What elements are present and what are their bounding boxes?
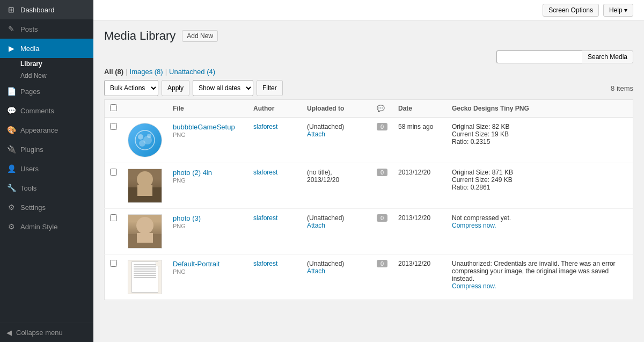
- file-type: PNG: [173, 268, 186, 275]
- settings-icon: ⚙: [6, 203, 16, 212]
- collapse-menu[interactable]: ◀ Collapse menu: [0, 323, 93, 342]
- add-new-button[interactable]: Add New: [182, 30, 218, 42]
- sidebar-item-label: Appearance: [20, 126, 58, 134]
- tools-icon: 🔧: [6, 184, 16, 192]
- th-thumb: [122, 100, 167, 118]
- comments-icon: 💬: [6, 106, 16, 115]
- help-button[interactable]: Help ▾: [603, 4, 633, 17]
- content-area: Media Library Add New Search Media All (…: [93, 20, 644, 342]
- row-checkbox[interactable]: [110, 260, 117, 267]
- attach-link[interactable]: Attach: [307, 130, 325, 138]
- thumbnail: [128, 260, 162, 294]
- sidebar-item-label: Plugins: [20, 145, 43, 154]
- sidebar-item-comments[interactable]: 💬 Comments: [0, 101, 93, 120]
- gecko-error-text: Unauthorized: Credentials are invalid. T…: [452, 260, 616, 282]
- row-checkbox[interactable]: [110, 123, 117, 130]
- sidebar-sub-library[interactable]: Library: [0, 58, 93, 70]
- file-name-link[interactable]: bubbbleGameSetup: [173, 123, 235, 131]
- dashboard-icon: ⊞: [6, 5, 16, 14]
- th-comment: 💬: [371, 100, 393, 118]
- filter-tab-images[interactable]: Images (8): [130, 68, 163, 76]
- th-gecko: Gecko Designs Tiny PNG: [447, 100, 633, 118]
- file-type: PNG: [173, 177, 186, 184]
- posts-icon: ✎: [6, 25, 16, 33]
- uploaded-status: (Unattached): [307, 214, 344, 222]
- sidebar-item-users[interactable]: 👤 Users: [0, 159, 93, 178]
- table-row: photo (3) PNG slaforest (Unattached) Att…: [105, 209, 633, 254]
- item-count: 8 items: [611, 84, 633, 92]
- page-header: Media Library Add New: [104, 29, 633, 43]
- compress-link[interactable]: Compress now.: [452, 222, 496, 229]
- table-row: photo (2) 4in PNG slaforest (no title), …: [105, 163, 633, 209]
- filter-button[interactable]: Filter: [257, 80, 283, 96]
- row-checkbox[interactable]: [110, 214, 117, 221]
- plugins-icon: 🔌: [6, 145, 16, 154]
- author-link[interactable]: slaforest: [253, 260, 277, 267]
- comment-count: 0: [377, 260, 387, 267]
- attach-link[interactable]: Attach: [307, 267, 325, 275]
- svg-point-4: [147, 134, 151, 138]
- sidebar-item-admin-style[interactable]: ⚙ Admin Style: [0, 217, 93, 236]
- date-cell: 2013/12/20: [393, 209, 447, 254]
- date-cell: 2013/12/20: [393, 163, 447, 209]
- main-content: Screen Options Help ▾ Media Library Add …: [93, 0, 644, 342]
- th-date: Date: [393, 100, 447, 118]
- bulk-actions-select[interactable]: Bulk Actions: [104, 80, 158, 96]
- sidebar-item-appearance[interactable]: 🎨 Appearance: [0, 120, 93, 140]
- sidebar-item-media[interactable]: ▶ Media: [0, 39, 93, 58]
- media-icon: ▶: [6, 44, 16, 53]
- filter-tabs: All (8) | Images (8) | Unattached (4): [104, 68, 633, 76]
- search-row: Search Media: [104, 50, 633, 63]
- select-all-checkbox[interactable]: [110, 104, 117, 111]
- appearance-icon: 🎨: [6, 126, 16, 134]
- not-compressed-text: Not compressed yet.: [452, 214, 511, 222]
- thumbnail: [128, 169, 162, 203]
- file-type: PNG: [173, 223, 186, 229]
- sidebar-item-label: Admin Style: [20, 223, 57, 231]
- sidebar-item-label: Tools: [20, 184, 36, 192]
- file-name-link[interactable]: photo (3): [173, 214, 201, 222]
- sidebar-item-label: Users: [20, 165, 39, 173]
- sidebar-item-settings[interactable]: ⚙ Settings: [0, 198, 93, 217]
- gecko-info: Original Size: 871 KBCurrent Size: 249 K…: [447, 163, 633, 209]
- comment-icon: 💬: [377, 105, 385, 112]
- sidebar-item-label: Settings: [20, 203, 46, 212]
- toolbar: Bulk Actions Apply Show all dates Filter…: [104, 80, 633, 96]
- sidebar-item-label: Media: [20, 45, 39, 53]
- comment-count: 0: [377, 169, 387, 176]
- sidebar-item-dashboard[interactable]: ⊞ Dashboard: [0, 0, 93, 19]
- author-link[interactable]: slaforest: [253, 123, 277, 130]
- screen-options-button[interactable]: Screen Options: [543, 4, 599, 17]
- topbar: Screen Options Help ▾: [93, 0, 644, 20]
- sidebar: ⊞ Dashboard ✎ Posts ▶ Media Library Add …: [0, 0, 93, 342]
- sidebar-item-pages[interactable]: 📄 Pages: [0, 82, 93, 101]
- th-author: Author: [248, 100, 302, 118]
- thumbnail: [128, 123, 162, 157]
- admin-style-icon: ⚙: [6, 222, 16, 231]
- filter-tab-unattached[interactable]: Unattached (4): [169, 68, 215, 76]
- show-dates-select[interactable]: Show all dates: [193, 80, 253, 96]
- uploaded-status: (Unattached): [307, 260, 344, 267]
- uploaded-date: 2013/12/20: [307, 176, 339, 184]
- comment-count: 0: [377, 214, 387, 222]
- sidebar-item-posts[interactable]: ✎ Posts: [0, 19, 93, 39]
- library-label: Library: [20, 60, 42, 68]
- sidebar-sub-add-new[interactable]: Add New: [0, 70, 93, 82]
- compress-link[interactable]: Compress now.: [452, 282, 496, 290]
- file-name-link[interactable]: Default-Portrait: [173, 260, 219, 268]
- attach-link[interactable]: Attach: [307, 222, 325, 229]
- apply-button[interactable]: Apply: [162, 80, 189, 96]
- search-media-button[interactable]: Search Media: [582, 50, 633, 63]
- row-checkbox[interactable]: [110, 169, 117, 176]
- file-type: PNG: [173, 132, 186, 138]
- file-name-link[interactable]: photo (2) 4in: [173, 169, 212, 177]
- sidebar-item-plugins[interactable]: 🔌 Plugins: [0, 140, 93, 159]
- th-uploaded: Uploaded to: [302, 100, 371, 118]
- table-row: Default-Portrait PNG slaforest (Unattach…: [105, 254, 633, 300]
- filter-tab-all[interactable]: All (8): [104, 68, 123, 76]
- author-link[interactable]: slaforest: [253, 169, 277, 176]
- sidebar-item-tools[interactable]: 🔧 Tools: [0, 178, 93, 198]
- search-input[interactable]: [496, 50, 582, 63]
- th-file: File: [167, 100, 248, 118]
- author-link[interactable]: slaforest: [253, 214, 277, 222]
